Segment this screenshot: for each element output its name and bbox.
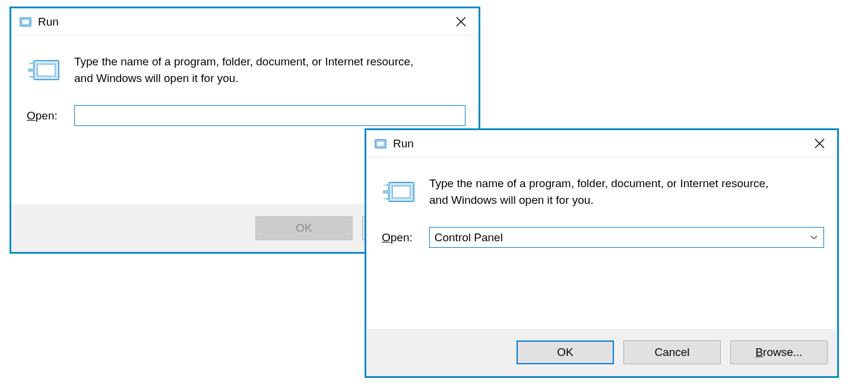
instruction-row: Type the name of a program, folder, docu… [24,53,465,86]
ok-button: OK [255,216,353,240]
open-combobox[interactable] [74,105,465,126]
open-label: Open: [27,109,58,122]
instruction-row: Type the name of a program, folder, docu… [379,175,824,208]
open-row: Open: Control Panel [382,227,824,248]
run-large-icon [382,178,417,206]
close-icon[interactable] [807,133,831,154]
run-icon [18,16,32,28]
titlebar[interactable]: Run [11,8,479,36]
instruction-text: Type the name of a program, folder, docu… [429,175,785,208]
svg-rect-7 [377,141,384,146]
svg-rect-5 [37,64,55,76]
button-bar: OK Cancel Browse... [366,329,837,376]
cancel-button[interactable]: Cancel [623,340,721,364]
svg-rect-11 [392,186,410,198]
run-icon [373,138,387,150]
titlebar[interactable]: Run [366,130,837,157]
instruction-text: Type the name of a program, folder, docu… [74,53,430,86]
open-row: Open: [27,105,465,126]
title-text: Run [38,15,449,29]
run-large-icon [27,56,62,84]
chevron-down-icon[interactable] [809,233,819,242]
run-dialog-2: Run Type the name of a program, folder, … [365,128,839,378]
dialog-body: Type the name of a program, folder, docu… [366,157,837,329]
svg-rect-1 [22,20,29,24]
open-value: Control Panel [435,231,809,244]
ok-button[interactable]: OK [517,340,614,364]
close-icon[interactable] [449,11,473,33]
open-combobox[interactable]: Control Panel [429,227,824,248]
browse-button[interactable]: Browse... [730,340,828,364]
open-label: Open: [382,231,413,244]
title-text: Run [393,137,807,150]
